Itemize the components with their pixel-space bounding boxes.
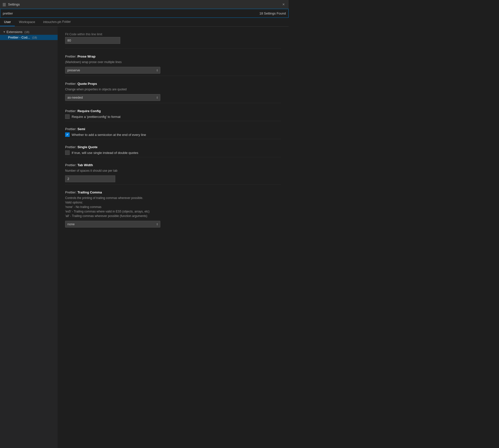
svg-rect-2: [3, 5, 6, 5]
extensions-section: ▼ Extensions (18) Prettier - Cod... (18): [0, 29, 58, 41]
tabs-bar: User Workspace intouchrn-ph Folder: [0, 18, 289, 27]
single-quote-checkbox-row: If true, will use single instead of doub…: [65, 150, 281, 155]
setting-require-config: Prettier: Require Config Require a 'pret…: [65, 103, 281, 121]
quote-props-select-wrapper: as-needed consistent preserve: [65, 94, 160, 101]
single-quote-title: Prettier: Single Quote: [65, 145, 281, 149]
content-area: Fit Code within this line limit Prettier…: [58, 27, 289, 448]
svg-rect-0: [3, 3, 6, 3]
quote-props-title: Prettier: Quote Props: [65, 82, 281, 86]
sidebar: ▼ Extensions (18) Prettier - Cod... (18): [0, 27, 58, 448]
tab-width-description: Number of spaces it should use per tab: [65, 168, 281, 173]
extensions-label: Extensions: [7, 30, 23, 34]
prose-wrap-select-wrapper: preserve always never: [65, 67, 160, 74]
single-quote-checkbox[interactable]: [65, 150, 70, 155]
svg-rect-1: [3, 4, 6, 4]
title-bar: Settings ×: [0, 0, 289, 9]
trailing-comma-title: Prettier: Trailing Comma: [65, 190, 281, 194]
main-layout: ▼ Extensions (18) Prettier - Cod... (18)…: [0, 27, 289, 448]
print-width-input[interactable]: [65, 37, 120, 44]
search-results-count: 18 Settings Found: [259, 12, 286, 15]
tab-width-input[interactable]: [65, 175, 115, 182]
chevron-icon: ▼: [3, 31, 6, 33]
setting-print-width-partial: Fit Code within this line limit: [65, 27, 281, 49]
title-bar-title: Settings: [8, 3, 20, 6]
trailing-comma-select-wrapper: none es5 all: [65, 221, 160, 228]
close-button[interactable]: ×: [281, 2, 286, 7]
setting-quote-props: Prettier: Quote Props Change when proper…: [65, 76, 281, 103]
prose-wrap-description: (Markdown) wrap prose over multiple line…: [65, 60, 281, 64]
semi-checkbox[interactable]: ✓: [65, 132, 70, 137]
prose-wrap-select[interactable]: preserve always never: [65, 67, 160, 74]
sidebar-item-prettier[interactable]: Prettier - Cod... (18): [0, 35, 58, 40]
partial-label: Fit Code within this line limit: [65, 33, 281, 36]
svg-rect-3: [3, 6, 6, 6]
semi-checkbox-row: ✓ Whether to add a semicolon at the end …: [65, 132, 281, 137]
require-config-label: Require a 'prettierconfig' to format: [72, 115, 120, 119]
single-quote-label: If true, will use single instead of doub…: [72, 151, 138, 155]
quote-props-description: Change when properties in objects are qu…: [65, 87, 281, 92]
setting-tab-width: Prettier: Tab Width Number of spaces it …: [65, 157, 281, 184]
tab-width-title: Prettier: Tab Width: [65, 163, 281, 167]
setting-semi: Prettier: Semi ✓ Whether to add a semico…: [65, 121, 281, 139]
search-input[interactable]: [3, 12, 259, 15]
require-config-checkbox[interactable]: [65, 114, 70, 119]
extensions-count: (18): [25, 31, 30, 34]
trailing-comma-select[interactable]: none es5 all: [65, 221, 160, 228]
tab-folder[interactable]: intouchrn-ph Folder: [39, 18, 75, 26]
setting-trailing-comma: Prettier: Trailing Comma Controls the pr…: [65, 184, 281, 230]
prettier-item-count: (18): [32, 36, 37, 39]
require-config-checkbox-row: Require a 'prettierconfig' to format: [65, 114, 281, 119]
setting-single-quote: Prettier: Single Quote If true, will use…: [65, 139, 281, 157]
tab-user[interactable]: User: [0, 18, 15, 26]
checkmark-icon: ✓: [66, 133, 69, 136]
require-config-title: Prettier: Require Config: [65, 109, 281, 113]
setting-prose-wrap: Prettier: Prose Wrap (Markdown) wrap pro…: [65, 49, 281, 76]
semi-label: Whether to add a semicolon at the end of…: [72, 133, 146, 137]
search-bar: 18 Settings Found: [0, 9, 289, 18]
trailing-comma-description: Controls the printing of trailing commas…: [65, 196, 281, 218]
semi-title: Prettier: Semi: [65, 127, 281, 131]
tab-folder-label: Folder: [62, 20, 71, 24]
tab-workspace[interactable]: Workspace: [15, 18, 39, 26]
prose-wrap-title: Prettier: Prose Wrap: [65, 55, 281, 58]
prettier-item-label: Prettier - Cod...: [8, 36, 30, 39]
quote-props-select[interactable]: as-needed consistent preserve: [65, 94, 160, 101]
extensions-header[interactable]: ▼ Extensions (18): [0, 29, 58, 35]
settings-icon: [3, 3, 6, 6]
